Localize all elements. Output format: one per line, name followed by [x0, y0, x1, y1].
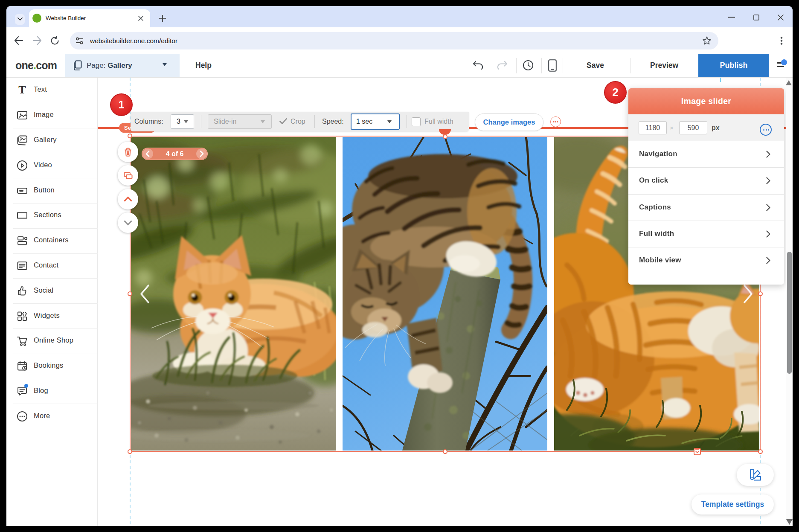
svg-text:T: T	[18, 84, 26, 96]
